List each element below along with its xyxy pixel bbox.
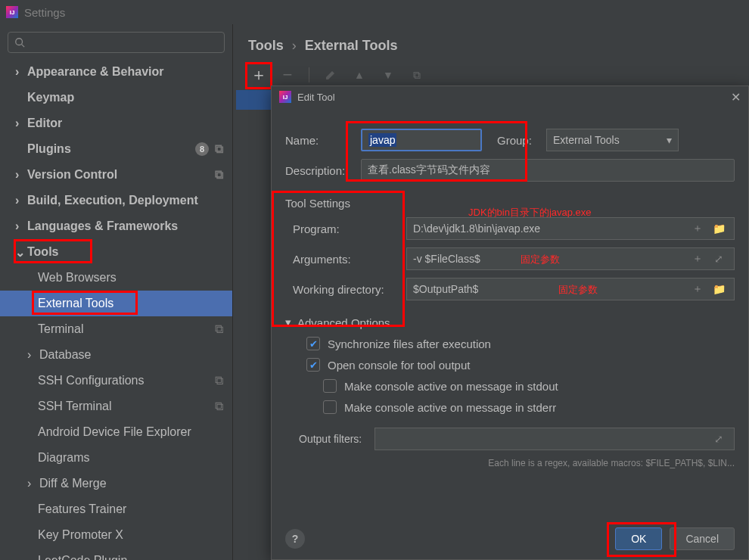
- insert-macro-icon[interactable]: ＋: [688, 280, 707, 298]
- console-checkbox-row[interactable]: ✔ Open console for tool output: [285, 358, 735, 372]
- copy-button[interactable]: ⧉: [406, 64, 427, 86]
- sidebar-item-database[interactable]: ›Database: [0, 342, 232, 368]
- insert-macro-icon[interactable]: ＋: [688, 250, 707, 268]
- move-down-button[interactable]: ▼: [378, 64, 399, 86]
- chevron-down-icon: ▾: [667, 134, 672, 146]
- sidebar-item-web-browsers[interactable]: Web Browsers: [0, 265, 232, 291]
- annotation: 固定参数: [521, 253, 560, 266]
- breadcrumb: Tools › External Tools: [233, 24, 749, 63]
- sidebar-item-external-tools[interactable]: External Tools: [0, 291, 232, 316]
- filters-field[interactable]: ⤢: [374, 428, 735, 450]
- advanced-options-header[interactable]: ▾ Advanced Options: [285, 316, 735, 329]
- arguments-label: Arguments:: [285, 253, 399, 266]
- svg-line-1: [22, 45, 25, 48]
- sidebar-item-appearance[interactable]: ›Appearance & Behavior: [0, 59, 232, 85]
- arguments-field[interactable]: -v $FileClass$ 固定参数 ＋ ⤢: [406, 247, 735, 270]
- help-button[interactable]: ?: [285, 529, 305, 549]
- breadcrumb-leaf: External Tools: [305, 38, 398, 53]
- search-input[interactable]: [30, 36, 218, 48]
- sync-checkbox-row[interactable]: ✔ Synchronize files after execution: [285, 337, 735, 350]
- sidebar-item-key-promoter[interactable]: Key Promoter X: [0, 522, 232, 548]
- cancel-button[interactable]: Cancel: [670, 527, 735, 550]
- filters-label: Output filters:: [285, 433, 367, 445]
- remove-button[interactable]: −: [277, 64, 298, 86]
- plugins-badge: 8: [195, 142, 209, 156]
- sidebar-item-tools[interactable]: ⌄Tools: [0, 239, 232, 265]
- chevron-down-icon: ▾: [285, 316, 291, 329]
- sidebar-item-diff-merge[interactable]: ›Diff & Merge: [0, 471, 232, 496]
- expand-icon[interactable]: ⤢: [710, 250, 728, 268]
- window-title: Settings: [24, 6, 65, 19]
- sidebar-item-vcs[interactable]: ›Version Control⧉: [0, 162, 232, 188]
- svg-point-0: [16, 39, 23, 45]
- sidebar-item-leetcode[interactable]: LeetCode Plugin: [0, 548, 232, 560]
- copy-icon: ⧉: [215, 400, 223, 413]
- program-field[interactable]: D:\dev\jdk1.8\bin\javap.exe ＋ 📁: [406, 217, 735, 240]
- program-label: Program:: [285, 222, 399, 235]
- sidebar-item-plugins[interactable]: Plugins8⧉: [0, 136, 232, 162]
- sidebar-item-editor[interactable]: ›Editor: [0, 110, 232, 136]
- sidebar-item-diagrams[interactable]: Diagrams: [0, 445, 232, 471]
- copy-icon: ⧉: [215, 322, 223, 336]
- checkbox-icon[interactable]: [323, 400, 337, 414]
- search-icon: [14, 37, 25, 48]
- sidebar-item-android-explorer[interactable]: Android Device File Explorer: [0, 419, 232, 445]
- workdir-field[interactable]: $OutputPath$ 固定参数 ＋ 📁: [406, 278, 735, 300]
- group-combo[interactable]: External Tools ▾: [546, 129, 679, 151]
- browse-icon[interactable]: 📁: [710, 280, 728, 298]
- description-label: Description:: [285, 164, 353, 177]
- ok-button[interactable]: OK: [615, 527, 662, 550]
- checkbox-checked-icon[interactable]: ✔: [306, 337, 320, 350]
- sidebar-item-build[interactable]: ›Build, Execution, Deployment: [0, 188, 232, 213]
- browse-icon[interactable]: 📁: [710, 219, 728, 238]
- sidebar-item-keymap[interactable]: Keymap: [0, 85, 232, 110]
- copy-icon: ⧉: [215, 374, 223, 387]
- search-box[interactable]: [8, 32, 225, 53]
- stderr-checkbox-row[interactable]: Make console active on message in stderr: [285, 400, 735, 414]
- description-field[interactable]: 查看.class字节码文件内容: [361, 159, 735, 182]
- breadcrumb-root[interactable]: Tools: [248, 38, 284, 53]
- dialog-title: Edit Tool: [297, 92, 335, 103]
- app-icon: IJ: [6, 6, 18, 18]
- add-button[interactable]: ＋: [248, 64, 269, 86]
- name-field[interactable]: javap: [361, 129, 482, 151]
- settings-sidebar: ›Appearance & Behavior Keymap ›Editor Pl…: [0, 24, 233, 560]
- copy-icon: ⧉: [215, 142, 223, 156]
- checkbox-icon[interactable]: [323, 379, 337, 393]
- window-titlebar: IJ Settings: [0, 0, 749, 24]
- group-value: External Tools: [553, 134, 620, 146]
- sidebar-item-ssh-config[interactable]: SSH Configurations⧉: [0, 368, 232, 394]
- edit-tool-dialog: IJ Edit Tool ✕ 这两个是描述 可自定义 Name: javap G…: [271, 86, 749, 560]
- copy-icon: ⧉: [215, 168, 223, 182]
- filters-hint: Each line is a regex, available macros: …: [285, 458, 735, 468]
- sidebar-item-terminal[interactable]: Terminal⧉: [0, 316, 232, 342]
- name-label: Name:: [285, 134, 353, 147]
- edit-button[interactable]: [320, 64, 341, 86]
- checkbox-checked-icon[interactable]: ✔: [306, 358, 320, 372]
- group-label: Group:: [497, 134, 539, 147]
- app-icon: IJ: [279, 91, 291, 103]
- annotation: 固定参数: [558, 283, 598, 297]
- expand-icon[interactable]: ⤢: [710, 430, 728, 448]
- sidebar-item-features-trainer[interactable]: Features Trainer: [0, 496, 232, 522]
- stdout-checkbox-row[interactable]: Make console active on message in stdout: [285, 379, 735, 393]
- move-up-button[interactable]: ▲: [349, 64, 370, 86]
- workdir-label: Working directory:: [285, 283, 399, 296]
- insert-macro-icon[interactable]: ＋: [688, 219, 707, 238]
- sidebar-item-languages[interactable]: ›Languages & Frameworks: [0, 213, 232, 239]
- dialog-titlebar: IJ Edit Tool ✕: [272, 86, 748, 107]
- close-icon[interactable]: ✕: [731, 90, 741, 104]
- sidebar-item-ssh-terminal[interactable]: SSH Terminal⧉: [0, 394, 232, 419]
